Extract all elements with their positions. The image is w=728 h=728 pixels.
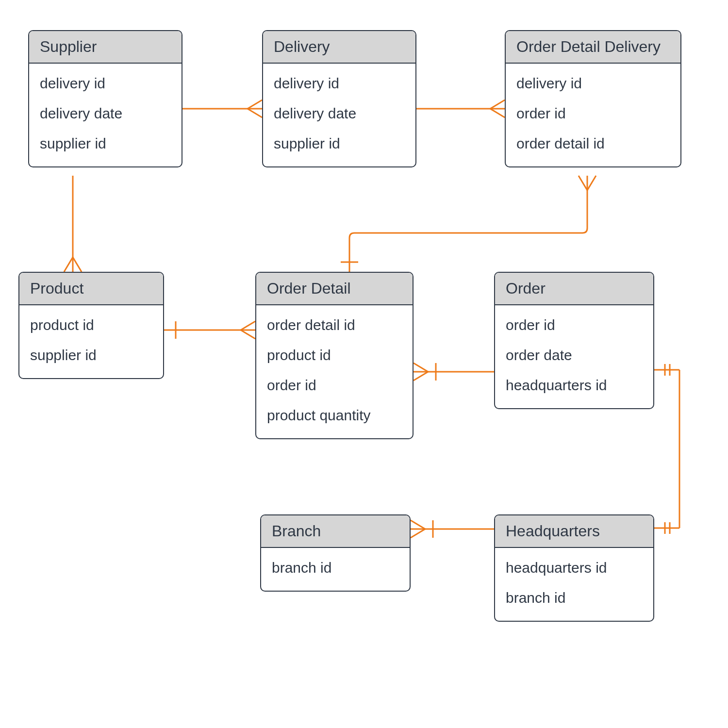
svg-line-11: [241, 321, 255, 330]
entity-orderDetail[interactable]: Order Detailorder detail idproduct idord…: [255, 272, 414, 439]
entity-title: Headquarters: [495, 515, 653, 548]
entity-title: Order Detail: [256, 273, 413, 305]
svg-line-14: [587, 176, 596, 190]
rel-product-orderdetail: [164, 321, 255, 339]
entity-attr: delivery id: [516, 68, 670, 99]
rel-supplier-delivery: [182, 100, 262, 117]
entity-title: Branch: [261, 515, 410, 548]
entity-product[interactable]: Productproduct idsupplier id: [18, 272, 164, 379]
rel-order-headquarters: [654, 364, 679, 534]
entity-attr: delivery date: [274, 99, 405, 129]
svg-line-29: [411, 529, 425, 538]
entity-attrs: product idsupplier id: [19, 305, 163, 378]
entity-attr: product id: [267, 340, 402, 370]
svg-line-7: [64, 257, 73, 272]
entity-order[interactable]: Orderorder idorder dateheadquarters id: [494, 272, 654, 409]
entity-attrs: headquarters idbranch id: [495, 548, 653, 621]
svg-line-12: [241, 330, 255, 339]
svg-line-18: [414, 372, 428, 381]
entity-attr: branch id: [272, 553, 399, 583]
entity-delivery[interactable]: Deliverydelivery iddelivery datesupplier…: [262, 30, 416, 167]
rel-order-orderdetail: [414, 363, 494, 381]
entity-title: Delivery: [263, 31, 415, 64]
entity-orderDetailDelivery[interactable]: Order Detail Deliverydelivery idorder id…: [505, 30, 681, 167]
entity-attr: headquarters id: [506, 553, 643, 583]
rel-orderdetail-orderdetaildelivery: [341, 176, 596, 272]
rel-supplier-product: [64, 176, 82, 272]
entity-attr: supplier id: [30, 340, 152, 370]
svg-line-4: [490, 100, 505, 109]
svg-line-13: [579, 176, 587, 190]
entity-attrs: order idorder dateheadquarters id: [495, 305, 653, 408]
entity-attr: order detail id: [267, 310, 402, 340]
rel-headquarters-branch: [411, 520, 494, 538]
entity-attr: order date: [506, 340, 643, 370]
entity-attr: delivery id: [274, 68, 405, 99]
entity-attrs: order detail idproduct idorder idproduct…: [256, 305, 413, 438]
entity-branch[interactable]: Branchbranch id: [260, 514, 411, 592]
entity-attr: order detail id: [516, 129, 670, 159]
entity-attr: product id: [30, 310, 152, 340]
svg-line-17: [414, 363, 428, 372]
entity-headquarters[interactable]: Headquartersheadquarters idbranch id: [494, 514, 654, 622]
entity-title: Order Detail Delivery: [506, 31, 680, 64]
entity-attr: order id: [516, 99, 670, 129]
entity-title: Order: [495, 273, 653, 305]
entity-attr: order id: [506, 310, 643, 340]
entity-attrs: delivery idorder idorder detail id: [506, 64, 680, 166]
entity-attr: branch id: [506, 583, 643, 613]
entity-attr: order id: [267, 370, 402, 400]
svg-line-5: [490, 109, 505, 117]
entity-attr: supplier id: [40, 129, 171, 159]
entity-attr: product quantity: [267, 400, 402, 430]
svg-line-8: [73, 257, 82, 272]
entity-attr: delivery id: [40, 68, 171, 99]
entity-supplier[interactable]: Supplierdelivery iddelivery datesupplier…: [28, 30, 182, 167]
rel-delivery-orderdetaildelivery: [416, 100, 505, 117]
entity-attrs: delivery iddelivery datesupplier id: [263, 64, 415, 166]
entity-title: Product: [19, 273, 163, 305]
entity-attrs: delivery iddelivery datesupplier id: [29, 64, 182, 166]
svg-line-2: [248, 109, 262, 117]
entity-title: Supplier: [29, 31, 182, 64]
entity-attr: delivery date: [40, 99, 171, 129]
svg-line-1: [248, 100, 262, 109]
er-diagram-canvas: Supplierdelivery iddelivery datesupplier…: [0, 0, 728, 728]
entity-attrs: branch id: [261, 548, 410, 591]
entity-attr: supplier id: [274, 129, 405, 159]
entity-attr: headquarters id: [506, 370, 643, 400]
svg-line-28: [411, 520, 425, 529]
